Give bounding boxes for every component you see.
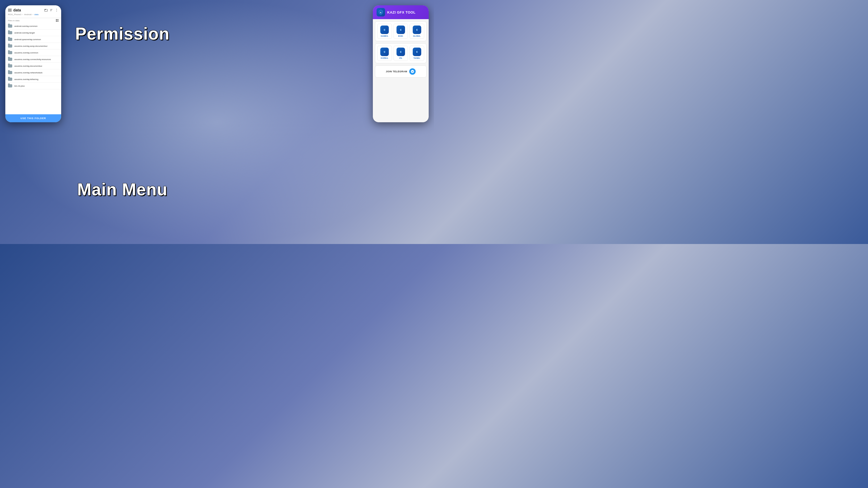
menu-icon[interactable] [8, 9, 12, 11]
folder-item-asusims-networkstack[interactable]: asusims.overlay.networkstack [5, 69, 61, 76]
svg-text:K: K [416, 51, 417, 53]
join-telegram-button[interactable]: JOIN TELEGRAM [375, 65, 427, 77]
kazi-item-vn[interactable]: K VN. [394, 46, 408, 61]
center-labels-area: Permission Main Menu [59, 13, 186, 221]
files-label: Files in data [5, 18, 61, 23]
kazi-grid-row1: K GAMES. K BGM. [377, 24, 424, 39]
folder-icon [8, 77, 12, 81]
folder-item-android-overlay-common[interactable]: android.overlay.common [5, 23, 61, 30]
folder-icon [8, 84, 12, 88]
svg-text:K: K [400, 29, 401, 31]
folder-item-android-qvaoverlay-common[interactable]: android.qvaoverlay.common [5, 36, 61, 43]
folder-icon [8, 31, 12, 34]
folder-item-bin-mt-plus[interactable]: bin.mt.plus [5, 83, 61, 89]
kazi-globa-icon: K [413, 26, 421, 34]
kazi-taiwa-icon: K [413, 47, 421, 56]
left-phone: data [5, 5, 61, 122]
kazi-games-icon: K [380, 26, 389, 34]
kazi-item-korea[interactable]: K KOREA. [377, 46, 392, 61]
kazi-grid-row2: K KOREA. K VN. [377, 46, 424, 61]
kazi-vn-icon: K [397, 47, 405, 56]
use-this-folder-button[interactable]: USE THIS FOLDER [5, 114, 61, 122]
permission-label: Permission [75, 24, 169, 43]
folder-item-asusims-connectivity[interactable]: asusims.overlay.connectivity.resources [5, 56, 61, 63]
kazi-logo: K [377, 8, 385, 17]
kazi-korea-label: KOREA. [381, 57, 389, 59]
file-list: android.overlay.common android.overlay.t… [5, 23, 61, 114]
kazi-vn-label: VN. [399, 57, 403, 59]
kazi-korea-icon: K [380, 47, 389, 56]
folder-icon [8, 64, 12, 67]
svg-text:K: K [384, 29, 385, 31]
svg-text:K: K [380, 11, 382, 14]
kazi-item-bgm[interactable]: K BGM. [394, 24, 408, 39]
folder-view-icon[interactable] [44, 8, 48, 12]
kazi-app-header: K KAZI GFX TOOL [373, 5, 429, 19]
folder-item-asusims-documentsui[interactable]: asusims.overlay.documentsui [5, 63, 61, 69]
svg-text:K: K [384, 51, 385, 53]
folder-item-asusims-overlay-common[interactable]: asusims.overlay.common [5, 50, 61, 56]
main-menu-label: Main Menu [77, 180, 167, 199]
join-telegram-label: JOIN TELEGRAM [386, 70, 407, 73]
sort-icon[interactable] [50, 8, 53, 12]
kazi-card-row2: K KOREA. K VN. [375, 43, 427, 63]
file-manager-title: data [13, 8, 21, 12]
folder-icon [8, 44, 12, 47]
telegram-icon [409, 68, 416, 75]
kazi-card-row1: K GAMES. K BGM. [375, 21, 427, 41]
file-manager-header: data [5, 5, 61, 18]
breadcrumb: ROG_Phone3 › Android › data [8, 13, 59, 16]
kazi-item-games[interactable]: K GAMES. [377, 24, 392, 39]
folder-item-android-overlay-target[interactable]: android.overlay.target [5, 30, 61, 36]
right-phone: K KAZI GFX TOOL K [373, 5, 429, 122]
kazi-taiwa-label: TAIWA. [413, 57, 421, 59]
svg-text:K: K [416, 29, 417, 31]
folder-icon [8, 58, 12, 61]
more-options-icon[interactable]: ⋮ [55, 8, 59, 12]
kazi-app-title: KAZI GFX TOOL [387, 10, 416, 14]
svg-text:K: K [400, 51, 401, 53]
kazi-globa-label: GLOBA. [413, 35, 421, 37]
folder-icon [8, 51, 12, 54]
kazi-bgm-icon: K [397, 26, 405, 34]
folder-item-asusims-aosp-documentsui[interactable]: asusims.overlay.aosp.documentsui [5, 43, 61, 50]
kazi-bgm-label: BGM. [398, 35, 403, 37]
kazi-games-label: GAMES. [381, 35, 389, 37]
folder-icon [8, 38, 12, 41]
folder-icon [8, 71, 12, 74]
folder-icon [8, 25, 12, 28]
kazi-app-content: K GAMES. K BGM. [373, 19, 429, 122]
grid-view-icon[interactable] [56, 19, 59, 22]
folder-item-asusims-tethering[interactable]: asusims.overlay.tethering [5, 76, 61, 83]
kazi-item-globa[interactable]: K GLOBA. [409, 24, 424, 39]
kazi-item-taiwa[interactable]: K TAIWA. [409, 46, 424, 61]
